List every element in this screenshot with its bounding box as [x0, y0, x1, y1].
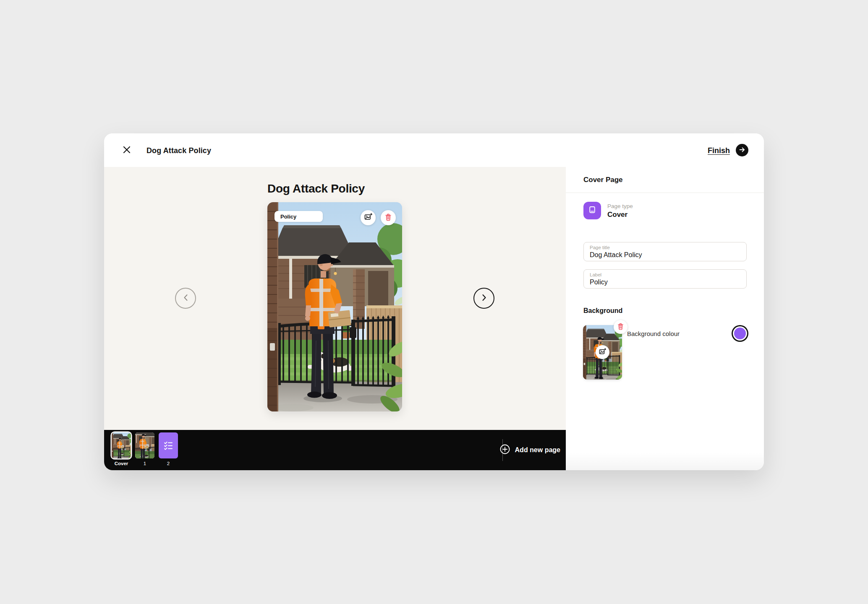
image-edit-icon — [599, 348, 606, 357]
checklist-icon — [164, 441, 173, 450]
page-type-value: Cover — [607, 211, 627, 219]
page-type-icon-tile — [583, 202, 601, 219]
sidebar-title: Cover Page — [583, 176, 623, 184]
swatch-colour — [734, 328, 746, 339]
add-new-page-label: Add new page — [515, 446, 560, 454]
trash-icon — [617, 323, 624, 331]
finish-button[interactable] — [736, 144, 748, 156]
label-input[interactable] — [590, 279, 740, 286]
page-title-input[interactable] — [590, 251, 740, 259]
image-edit-icon — [364, 213, 372, 222]
remove-background-button[interactable] — [614, 320, 627, 334]
cover-thumbnail-image — [112, 432, 131, 458]
page-title-field: Page title — [583, 242, 747, 261]
arrow-right-icon — [739, 146, 745, 154]
change-background-image-button[interactable] — [596, 345, 609, 359]
settings-sidebar: Cover Page Page type Cover Page title La… — [566, 167, 764, 470]
plus-circle-icon — [499, 444, 510, 456]
modal-header: Dog Attack Policy Finish — [104, 133, 764, 167]
book-icon — [588, 206, 596, 216]
label-field-label: Label — [590, 272, 601, 277]
card-label-chip: Policy — [275, 211, 323, 222]
desktop: { "colors": { "page-bg": "#ececec", "can… — [0, 0, 868, 604]
page-title-field-label: Page title — [590, 245, 610, 250]
close-icon — [122, 145, 132, 156]
label-field: Label — [583, 269, 747, 289]
swatch-ring — [733, 326, 747, 341]
chevron-right-icon — [481, 294, 487, 303]
background-heading: Background — [583, 307, 622, 315]
page-type-label: Page type — [607, 203, 633, 209]
page-1-thumbnail-image — [135, 432, 154, 458]
page-canvas: Dog Attack Policy Policy — [104, 167, 566, 470]
background-colour-label: Background colour — [627, 330, 680, 337]
modal-body: Dog Attack Policy Policy — [104, 167, 764, 470]
document-title: Dog Attack Policy — [146, 146, 211, 155]
add-new-page-button[interactable]: Add new page — [499, 430, 560, 470]
thumbnail-label-2: 2 — [154, 461, 182, 466]
cover-page-card: Policy — [267, 202, 402, 411]
change-image-button[interactable] — [361, 210, 376, 225]
page-thumbnail-1[interactable] — [135, 432, 154, 458]
page-heading: Dog Attack Policy — [267, 182, 365, 195]
page-thumbnail-cover[interactable] — [112, 432, 131, 458]
background-colour-swatch[interactable] — [732, 325, 748, 342]
chevron-left-icon — [183, 294, 189, 303]
delete-image-button[interactable] — [381, 210, 396, 225]
previous-page-button[interactable] — [175, 288, 196, 309]
page-thumbnail-2[interactable] — [159, 432, 178, 458]
trash-icon — [385, 213, 392, 222]
next-page-button[interactable] — [473, 288, 494, 309]
editor-modal: Dog Attack Policy Finish Dog Attack Poli… — [104, 133, 764, 470]
cover-photo — [267, 202, 402, 411]
finish-link[interactable]: Finish — [708, 146, 730, 155]
close-button[interactable] — [121, 144, 133, 156]
sidebar-divider — [566, 193, 764, 193]
pages-bar: Cover 1 2 Add new page — [104, 430, 566, 470]
